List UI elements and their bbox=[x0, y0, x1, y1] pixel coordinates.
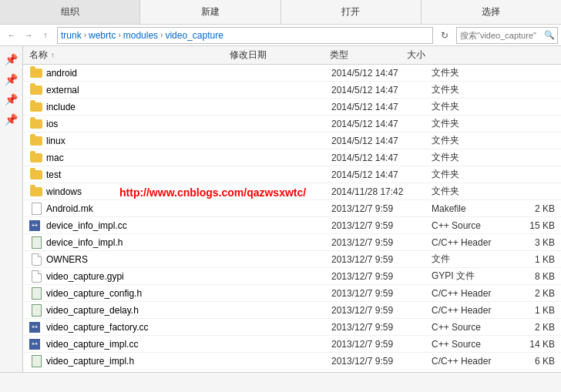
table-row[interactable]: Android.mk 2013/12/7 9:59 Makefile 2 KB bbox=[23, 200, 561, 217]
sidebar-pin-3[interactable]: 📌 bbox=[5, 92, 18, 106]
table-row[interactable]: external 2014/5/12 14:47 文件夹 bbox=[23, 82, 561, 99]
header-icon bbox=[29, 354, 43, 368]
file-type: ISOLATE 文件 bbox=[432, 371, 509, 372]
file-size: 2 KB bbox=[509, 203, 555, 214]
table-row[interactable]: video_capture.gypi 2013/12/7 9:59 GYPI 文… bbox=[23, 268, 561, 285]
file-date: 2014/5/12 14:47 bbox=[331, 152, 432, 163]
file-rows-container: android 2014/5/12 14:47 文件夹 external 201… bbox=[23, 65, 561, 372]
table-row[interactable]: device_info_impl.h 2013/12/7 9:59 C/C++ … bbox=[23, 234, 561, 251]
breadcrumb-modules[interactable]: modules bbox=[123, 30, 158, 41]
file-name: video_capture_impl.h bbox=[46, 356, 331, 367]
file-icon bbox=[29, 270, 43, 283]
file-icon bbox=[29, 253, 43, 266]
file-date: 2014/5/12 14:47 bbox=[331, 102, 432, 112]
file-size: 15 KB bbox=[509, 220, 555, 231]
file-icon bbox=[29, 371, 43, 373]
table-row[interactable]: video_capture_delay.h 2013/12/7 9:59 C/C… bbox=[23, 302, 561, 319]
file-type: 文件夹 bbox=[432, 117, 509, 130]
file-name: external bbox=[46, 85, 331, 95]
sidebar-pin-4[interactable]: 📌 bbox=[5, 112, 18, 126]
col-header-size[interactable]: 大小 bbox=[407, 49, 453, 62]
file-date: 2013/12/7 9:59 bbox=[331, 220, 432, 231]
file-type: Makefile bbox=[432, 203, 509, 214]
table-row[interactable]: include 2014/5/12 14:47 文件夹 bbox=[23, 99, 561, 116]
refresh-button[interactable]: ↻ bbox=[436, 27, 453, 44]
table-row[interactable]: mac 2014/5/12 14:47 文件夹 bbox=[23, 149, 561, 166]
col-header-name[interactable]: 名称 ↑ bbox=[29, 49, 230, 62]
breadcrumb-webrtc[interactable]: webrtc bbox=[89, 30, 116, 41]
file-size: 1 KB bbox=[509, 254, 555, 265]
toolbar-organize[interactable]: 组织 bbox=[0, 0, 140, 24]
file-date: 2013/12/7 9:59 bbox=[331, 305, 432, 316]
file-date: 2013/12/7 9:59 bbox=[331, 271, 432, 282]
breadcrumb[interactable]: trunk › webrtc › modules › video_capture bbox=[57, 27, 433, 44]
search-icon[interactable]: 🔍 bbox=[542, 28, 557, 43]
file-name: linux bbox=[46, 136, 331, 146]
file-type: 文件夹 bbox=[432, 83, 509, 96]
toolbar-new[interactable]: 新建 bbox=[140, 0, 280, 24]
file-type: C/C++ Header bbox=[432, 237, 509, 248]
makefile-icon bbox=[29, 202, 43, 216]
table-row[interactable]: android 2014/5/12 14:47 文件夹 bbox=[23, 65, 561, 82]
file-name: device_info_impl.cc bbox=[46, 220, 331, 231]
file-name: ios bbox=[46, 119, 331, 129]
file-type: 文件夹 bbox=[432, 66, 509, 79]
file-type: GYPI 文件 bbox=[432, 270, 509, 283]
file-type: C/C++ Header bbox=[432, 356, 509, 367]
file-name: video_capture_config.h bbox=[46, 288, 331, 299]
file-date: 2014/11/28 17:42 bbox=[331, 186, 432, 197]
file-size: 6 KB bbox=[509, 356, 555, 367]
cpp-icon: ++ bbox=[29, 219, 43, 233]
table-row[interactable]: ios 2014/5/12 14:47 文件夹 bbox=[23, 116, 561, 132]
header-icon bbox=[29, 303, 43, 317]
file-date: 2013/12/7 9:59 bbox=[331, 254, 432, 265]
file-date: 2014/5/12 14:47 bbox=[331, 169, 432, 180]
file-name: OWNERS bbox=[46, 254, 331, 265]
table-row[interactable]: ++ video_capture_impl.cc 2013/12/7 9:59 … bbox=[23, 336, 561, 353]
file-type: 文件夹 bbox=[432, 134, 509, 147]
table-row[interactable]: test 2014/5/12 14:47 文件夹 bbox=[23, 166, 561, 183]
col-header-type[interactable]: 类型 bbox=[330, 49, 407, 62]
cpp-icon: ++ bbox=[29, 320, 43, 334]
file-list: 名称 ↑ 修改日期 类型 大小 android 2014/5/12 14:47 … bbox=[23, 46, 561, 372]
toolbar-open[interactable]: 打开 bbox=[281, 0, 422, 24]
table-row[interactable]: ++ device_info_impl.cc 2013/12/7 9:59 C+… bbox=[23, 217, 561, 234]
file-date: 2013/12/7 9:59 bbox=[331, 339, 432, 350]
file-type: 文件夹 bbox=[432, 168, 509, 181]
col-header-date[interactable]: 修改日期 bbox=[230, 49, 330, 62]
table-row[interactable]: OWNERS 2013/12/7 9:59 文件 1 KB bbox=[23, 251, 561, 268]
file-name: video_capture.gypi bbox=[46, 271, 331, 282]
search-input[interactable] bbox=[457, 31, 542, 40]
folder-icon bbox=[29, 83, 43, 97]
file-date: 2013/12/7 9:59 bbox=[331, 237, 432, 248]
file-name: windows bbox=[46, 186, 331, 197]
file-type: 文件 bbox=[432, 253, 509, 266]
toolbar-select[interactable]: 选择 bbox=[422, 0, 561, 24]
header-icon bbox=[29, 236, 43, 250]
file-name: test bbox=[46, 169, 331, 180]
address-bar: ← → ↑ trunk › webrtc › modules › video_c… bbox=[0, 25, 561, 46]
sidebar-pin-2[interactable]: 📌 bbox=[5, 72, 18, 86]
file-size: 1 KB bbox=[509, 305, 555, 316]
folder-icon bbox=[29, 117, 43, 131]
table-row[interactable]: windows 2014/11/28 17:42 文件夹 bbox=[23, 183, 561, 200]
table-row[interactable]: ++ video_capture_factory.cc 2013/12/7 9:… bbox=[23, 319, 561, 336]
table-row[interactable]: linux 2014/5/12 14:47 文件夹 bbox=[23, 132, 561, 149]
main-area: 📌 📌 📌 📌 名称 ↑ 修改日期 类型 大小 android 2014/5/1… bbox=[0, 46, 561, 372]
breadcrumb-trunk[interactable]: trunk bbox=[61, 30, 82, 41]
file-date: 2013/12/7 9:59 bbox=[331, 322, 432, 333]
table-row[interactable]: video_capture_tests.isolate 2013/12/7 9:… bbox=[23, 370, 561, 372]
back-button[interactable]: ← bbox=[3, 27, 20, 44]
file-type: 文件夹 bbox=[432, 100, 509, 113]
forward-button[interactable]: → bbox=[20, 27, 37, 44]
table-row[interactable]: video_capture_impl.h 2013/12/7 9:59 C/C+… bbox=[23, 353, 561, 370]
file-size: 2 KB bbox=[509, 288, 555, 299]
sidebar-pin-1[interactable]: 📌 bbox=[5, 52, 18, 66]
up-button[interactable]: ↑ bbox=[37, 27, 54, 44]
file-date: 2014/5/12 14:47 bbox=[331, 68, 432, 79]
file-size: 8 KB bbox=[509, 271, 555, 282]
breadcrumb-video-capture[interactable]: video_capture bbox=[165, 30, 223, 41]
file-type: 文件夹 bbox=[432, 185, 509, 198]
folder-icon bbox=[29, 66, 43, 80]
table-row[interactable]: video_capture_config.h 2013/12/7 9:59 C/… bbox=[23, 285, 561, 302]
